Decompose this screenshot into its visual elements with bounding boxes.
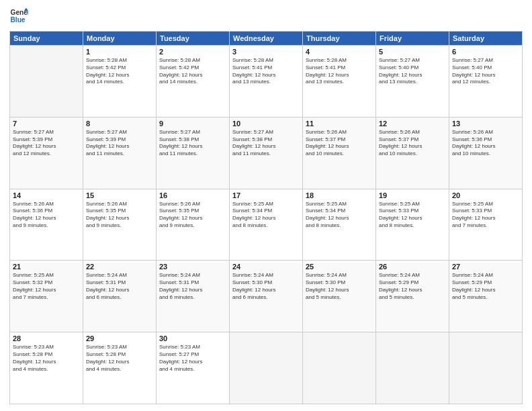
day-info: Sunrise: 5:27 AMSunset: 5:38 PMDaylight:… — [159, 129, 226, 158]
calendar-cell: 30Sunrise: 5:23 AMSunset: 5:27 PMDayligh… — [157, 332, 230, 404]
calendar-table: SundayMondayTuesdayWednesdayThursdayFrid… — [9, 31, 523, 404]
calendar-cell: 14Sunrise: 5:26 AMSunset: 5:36 PMDayligh… — [10, 189, 83, 261]
calendar-cell: 12Sunrise: 5:26 AMSunset: 5:37 PMDayligh… — [376, 117, 449, 189]
day-info: Sunrise: 5:24 AMSunset: 5:31 PMDaylight:… — [86, 272, 153, 301]
day-info: Sunrise: 5:27 AMSunset: 5:40 PMDaylight:… — [379, 57, 446, 86]
day-number: 28 — [13, 334, 80, 342]
week-row-4: 21Sunrise: 5:25 AMSunset: 5:32 PMDayligh… — [10, 261, 523, 332]
day-info: Sunrise: 5:28 AMSunset: 5:41 PMDaylight:… — [232, 57, 300, 86]
day-number: 25 — [306, 263, 373, 271]
calendar-cell: 24Sunrise: 5:24 AMSunset: 5:30 PMDayligh… — [230, 261, 303, 332]
day-number: 9 — [159, 120, 226, 128]
day-number: 26 — [379, 263, 446, 271]
day-info: Sunrise: 5:27 AMSunset: 5:40 PMDaylight:… — [452, 57, 519, 86]
day-info: Sunrise: 5:26 AMSunset: 5:37 PMDaylight:… — [379, 129, 446, 158]
calendar-cell: 27Sunrise: 5:24 AMSunset: 5:29 PMDayligh… — [449, 261, 523, 332]
day-number: 23 — [159, 263, 226, 271]
calendar-cell: 20Sunrise: 5:25 AMSunset: 5:33 PMDayligh… — [449, 189, 523, 261]
calendar-cell: 5Sunrise: 5:27 AMSunset: 5:40 PMDaylight… — [376, 46, 449, 118]
day-info: Sunrise: 5:27 AMSunset: 5:39 PMDaylight:… — [13, 129, 80, 158]
day-info: Sunrise: 5:25 AMSunset: 5:34 PMDaylight:… — [306, 201, 373, 230]
day-number: 29 — [86, 334, 153, 342]
day-header-thursday: Thursday — [303, 32, 376, 46]
calendar-cell: 22Sunrise: 5:24 AMSunset: 5:31 PMDayligh… — [83, 261, 157, 332]
day-header-friday: Friday — [376, 32, 449, 46]
day-info: Sunrise: 5:24 AMSunset: 5:29 PMDaylight:… — [452, 272, 519, 301]
calendar-cell: 6Sunrise: 5:27 AMSunset: 5:40 PMDaylight… — [449, 46, 523, 118]
calendar-cell: 25Sunrise: 5:24 AMSunset: 5:30 PMDayligh… — [303, 261, 376, 332]
day-info: Sunrise: 5:25 AMSunset: 5:33 PMDaylight:… — [452, 201, 519, 230]
calendar-cell: 19Sunrise: 5:25 AMSunset: 5:33 PMDayligh… — [376, 189, 449, 261]
calendar-cell — [230, 332, 303, 404]
day-info: Sunrise: 5:25 AMSunset: 5:32 PMDaylight:… — [13, 272, 80, 301]
week-row-2: 7Sunrise: 5:27 AMSunset: 5:39 PMDaylight… — [10, 117, 523, 189]
day-number: 30 — [159, 334, 226, 342]
day-header-wednesday: Wednesday — [230, 32, 303, 46]
day-info: Sunrise: 5:28 AMSunset: 5:42 PMDaylight:… — [159, 57, 226, 86]
calendar-cell: 10Sunrise: 5:27 AMSunset: 5:38 PMDayligh… — [230, 117, 303, 189]
day-number: 19 — [379, 191, 446, 199]
day-header-tuesday: Tuesday — [157, 32, 230, 46]
day-info: Sunrise: 5:26 AMSunset: 5:35 PMDaylight:… — [159, 201, 226, 230]
calendar-cell: 1Sunrise: 5:28 AMSunset: 5:42 PMDaylight… — [83, 46, 157, 118]
day-number: 2 — [159, 48, 226, 56]
day-info: Sunrise: 5:26 AMSunset: 5:37 PMDaylight:… — [306, 129, 373, 158]
week-row-1: 1Sunrise: 5:28 AMSunset: 5:42 PMDaylight… — [10, 46, 523, 118]
calendar-cell: 15Sunrise: 5:26 AMSunset: 5:35 PMDayligh… — [83, 189, 157, 261]
day-number: 8 — [86, 120, 153, 128]
day-number: 15 — [86, 191, 153, 199]
week-row-3: 14Sunrise: 5:26 AMSunset: 5:36 PMDayligh… — [10, 189, 523, 261]
day-info: Sunrise: 5:24 AMSunset: 5:31 PMDaylight:… — [159, 272, 226, 301]
svg-text:Blue: Blue — [11, 16, 26, 24]
calendar-cell: 21Sunrise: 5:25 AMSunset: 5:32 PMDayligh… — [10, 261, 83, 332]
calendar-cell — [376, 332, 449, 404]
day-info: Sunrise: 5:26 AMSunset: 5:35 PMDaylight:… — [86, 201, 153, 230]
day-info: Sunrise: 5:28 AMSunset: 5:41 PMDaylight:… — [306, 57, 373, 86]
day-number: 17 — [232, 191, 300, 199]
day-number: 24 — [232, 263, 300, 271]
day-number: 1 — [86, 48, 153, 56]
day-header-sunday: Sunday — [10, 32, 83, 46]
day-number: 14 — [13, 191, 80, 199]
calendar-cell — [449, 332, 523, 404]
day-number: 4 — [306, 48, 373, 56]
logo-icon: General Blue — [9, 7, 28, 26]
calendar-cell: 9Sunrise: 5:27 AMSunset: 5:38 PMDaylight… — [157, 117, 230, 189]
calendar-cell: 3Sunrise: 5:28 AMSunset: 5:41 PMDaylight… — [230, 46, 303, 118]
calendar-cell: 16Sunrise: 5:26 AMSunset: 5:35 PMDayligh… — [157, 189, 230, 261]
day-info: Sunrise: 5:24 AMSunset: 5:30 PMDaylight:… — [306, 272, 373, 301]
day-number: 3 — [232, 48, 300, 56]
day-info: Sunrise: 5:23 AMSunset: 5:28 PMDaylight:… — [13, 344, 80, 373]
day-info: Sunrise: 5:28 AMSunset: 5:42 PMDaylight:… — [86, 57, 153, 86]
calendar-header-row: SundayMondayTuesdayWednesdayThursdayFrid… — [10, 32, 523, 46]
day-info: Sunrise: 5:23 AMSunset: 5:27 PMDaylight:… — [159, 344, 226, 373]
day-number: 13 — [452, 120, 519, 128]
logo: General Blue — [9, 7, 28, 26]
calendar-cell: 13Sunrise: 5:26 AMSunset: 5:36 PMDayligh… — [449, 117, 523, 189]
week-row-5: 28Sunrise: 5:23 AMSunset: 5:28 PMDayligh… — [10, 332, 523, 404]
day-number: 10 — [232, 120, 300, 128]
calendar-cell — [10, 46, 83, 118]
calendar-cell: 17Sunrise: 5:25 AMSunset: 5:34 PMDayligh… — [230, 189, 303, 261]
day-info: Sunrise: 5:27 AMSunset: 5:39 PMDaylight:… — [86, 129, 153, 158]
day-number: 6 — [452, 48, 519, 56]
calendar-cell: 23Sunrise: 5:24 AMSunset: 5:31 PMDayligh… — [157, 261, 230, 332]
day-number: 18 — [306, 191, 373, 199]
day-number: 12 — [379, 120, 446, 128]
calendar-page: General Blue SundayMondayTuesdayWednesda… — [0, 0, 532, 411]
day-info: Sunrise: 5:24 AMSunset: 5:29 PMDaylight:… — [379, 272, 446, 301]
day-number: 16 — [159, 191, 226, 199]
day-header-monday: Monday — [83, 32, 157, 46]
day-info: Sunrise: 5:23 AMSunset: 5:28 PMDaylight:… — [86, 344, 153, 373]
day-number: 27 — [452, 263, 519, 271]
calendar-cell: 11Sunrise: 5:26 AMSunset: 5:37 PMDayligh… — [303, 117, 376, 189]
day-info: Sunrise: 5:27 AMSunset: 5:38 PMDaylight:… — [232, 129, 300, 158]
day-info: Sunrise: 5:26 AMSunset: 5:36 PMDaylight:… — [13, 201, 80, 230]
calendar-cell — [303, 332, 376, 404]
day-number: 11 — [306, 120, 373, 128]
day-number: 20 — [452, 191, 519, 199]
calendar-cell: 2Sunrise: 5:28 AMSunset: 5:42 PMDaylight… — [157, 46, 230, 118]
calendar-cell: 29Sunrise: 5:23 AMSunset: 5:28 PMDayligh… — [83, 332, 157, 404]
day-number: 22 — [86, 263, 153, 271]
calendar-cell: 8Sunrise: 5:27 AMSunset: 5:39 PMDaylight… — [83, 117, 157, 189]
